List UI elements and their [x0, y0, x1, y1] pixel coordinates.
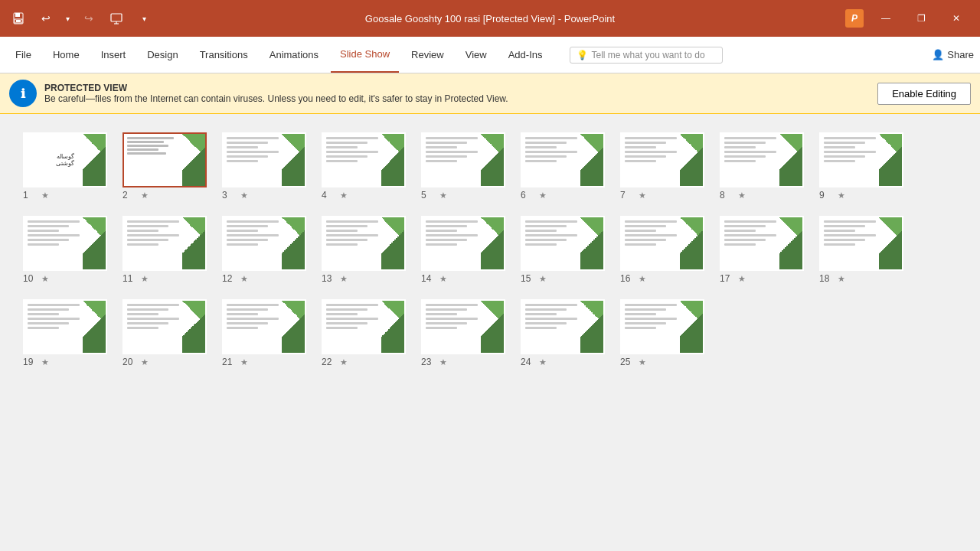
list-item[interactable]: 23★	[421, 299, 505, 367]
protected-text: PROTECTED VIEW Be careful—files from the…	[44, 83, 508, 104]
slide-number: 18	[819, 273, 835, 284]
star-icon: ★	[141, 274, 149, 284]
star-icon: ★	[141, 191, 149, 201]
tab-review[interactable]: Review	[402, 37, 453, 73]
star-icon: ★	[340, 274, 348, 284]
star-icon: ★	[340, 191, 348, 201]
maximize-button[interactable]: ❐	[903, 6, 939, 31]
list-item[interactable]: 9★	[819, 132, 903, 201]
slide-number: 9	[819, 190, 835, 201]
slide-number: 11	[122, 273, 138, 284]
list-item[interactable]: 14★	[421, 216, 505, 284]
slide-number: 24	[521, 357, 536, 367]
list-item[interactable]: 20★	[122, 299, 207, 367]
list-item[interactable]: 21★	[222, 299, 306, 367]
star-icon: ★	[639, 274, 646, 284]
share-button[interactable]: 👤 Share	[932, 49, 974, 60]
svg-rect-3	[16, 20, 21, 22]
tab-home[interactable]: Home	[44, 37, 89, 73]
slide-number: 8	[720, 190, 735, 201]
save-button[interactable]	[6, 6, 31, 31]
list-item[interactable]: 8★	[720, 132, 804, 201]
list-item[interactable]: 6★	[521, 132, 605, 201]
list-item[interactable]: 18★	[819, 216, 903, 284]
minimize-maximize-close: — ❐ ✕	[868, 6, 974, 31]
title-bar: ↩ ▾ ↪ ▾ Goosale Gooshty 100 rasi [Protec…	[0, 0, 980, 37]
star-icon: ★	[639, 357, 646, 367]
ribbon-search[interactable]: 💡 Tell me what you want to do	[570, 47, 723, 64]
tab-slideshow[interactable]: Slide Show	[331, 37, 399, 73]
list-item[interactable]: 2★	[122, 132, 207, 201]
list-item[interactable]: 19★	[23, 299, 107, 367]
star-icon: ★	[439, 274, 447, 284]
slide-number: 17	[720, 273, 735, 284]
slide-number: 16	[620, 273, 635, 284]
slide-number: 20	[122, 357, 138, 367]
list-item[interactable]: 17★	[720, 216, 804, 284]
slide-number: 6	[521, 190, 536, 201]
star-icon: ★	[41, 274, 49, 284]
slide-number: 22	[322, 357, 337, 367]
slide-number: 25	[620, 357, 635, 367]
list-item[interactable]: 5★	[421, 132, 505, 201]
enable-editing-button[interactable]: Enable Editing	[877, 83, 971, 105]
search-placeholder: Tell me what you want to do	[591, 50, 704, 60]
star-icon: ★	[639, 191, 646, 201]
share-area: 👤 Share	[932, 49, 974, 60]
star-icon: ★	[539, 357, 547, 367]
lightbulb-icon: 💡	[577, 50, 588, 60]
slide-grid-container: گوسالهگوشتی1★2★3★4★5★6★7★8★9★10★11★12★13…	[0, 114, 980, 551]
star-icon: ★	[738, 274, 746, 284]
protected-title: PROTECTED VIEW	[44, 83, 508, 93]
tab-insert[interactable]: Insert	[92, 37, 136, 73]
close-button[interactable]: ✕	[939, 6, 974, 31]
list-item[interactable]: 12★	[222, 216, 306, 284]
svg-rect-1	[15, 13, 20, 17]
star-icon: ★	[41, 357, 49, 367]
slide-number: 4	[322, 190, 337, 201]
list-item[interactable]: 24★	[521, 299, 605, 367]
star-icon: ★	[240, 274, 248, 284]
svg-rect-4	[111, 14, 122, 21]
slide-number: 13	[322, 273, 337, 284]
undo-button[interactable]: ↩	[34, 6, 58, 31]
slide-number: 19	[23, 357, 38, 367]
star-icon: ★	[539, 274, 547, 284]
quick-access-toolbar: ↩ ▾ ↪ ▾	[6, 6, 156, 31]
minimize-button[interactable]: —	[868, 6, 903, 31]
list-item[interactable]: 4★	[322, 132, 406, 201]
redo-button[interactable]: ↪	[77, 6, 101, 31]
list-item[interactable]: 10★	[23, 216, 107, 284]
slide-number: 10	[23, 273, 38, 284]
slide-grid: گوسالهگوشتی1★2★3★4★5★6★7★8★9★10★11★12★13…	[15, 126, 965, 373]
tab-file[interactable]: File	[6, 37, 41, 73]
undo-dropdown[interactable]: ▾	[61, 6, 74, 31]
slide-number: 21	[222, 357, 237, 367]
tab-design[interactable]: Design	[138, 37, 187, 73]
tab-view[interactable]: View	[456, 37, 496, 73]
list-item[interactable]: 25★	[620, 299, 704, 367]
list-item[interactable]: 13★	[322, 216, 406, 284]
list-item[interactable]: 11★	[122, 216, 207, 284]
list-item[interactable]: گوسالهگوشتی1★	[23, 132, 107, 201]
star-icon: ★	[41, 191, 49, 201]
star-icon: ★	[340, 357, 348, 367]
star-icon: ★	[240, 191, 248, 201]
list-item[interactable]: 3★	[222, 132, 306, 201]
tab-transitions[interactable]: Transitions	[191, 37, 257, 73]
list-item[interactable]: 7★	[620, 132, 704, 201]
slide-number: 14	[421, 273, 436, 284]
list-item[interactable]: 15★	[521, 216, 605, 284]
star-icon: ★	[240, 357, 248, 367]
present-button[interactable]	[104, 6, 129, 31]
list-item[interactable]: 22★	[322, 299, 406, 367]
slide-number: 15	[521, 273, 536, 284]
slide-number: 5	[421, 190, 436, 201]
tab-addins[interactable]: Add-Ins	[499, 37, 552, 73]
info-icon: ℹ	[9, 80, 37, 107]
slide-number: 1	[23, 190, 38, 201]
tab-animations[interactable]: Animations	[260, 37, 328, 73]
list-item[interactable]: 16★	[620, 216, 704, 284]
customize-quick-access[interactable]: ▾	[132, 6, 156, 31]
star-icon: ★	[838, 274, 845, 284]
